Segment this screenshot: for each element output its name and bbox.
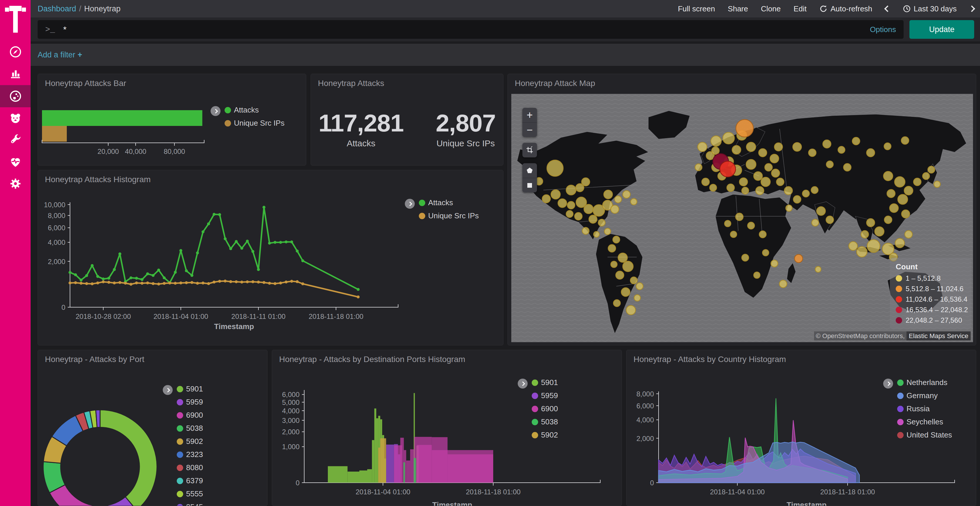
attack-bubble[interactable] xyxy=(742,254,749,261)
update-button[interactable]: Update xyxy=(909,20,974,39)
attack-bubble[interactable] xyxy=(885,216,892,224)
attack-bubble[interactable] xyxy=(867,219,875,227)
attack-bubble[interactable] xyxy=(613,300,620,307)
attack-bubble[interactable] xyxy=(867,149,875,157)
attack-bubble[interactable] xyxy=(808,149,816,157)
sidebar-item-management[interactable] xyxy=(0,173,30,195)
legend-toggle-button[interactable] xyxy=(518,379,528,389)
attack-bubble[interactable] xyxy=(765,163,772,171)
attack-bubble[interactable] xyxy=(616,271,624,279)
query-value[interactable]: * xyxy=(63,24,870,34)
legend-item[interactable]: 6379 xyxy=(177,476,203,485)
attack-bubble[interactable] xyxy=(775,143,783,151)
attack-bubble[interactable] xyxy=(618,253,627,262)
legend-item[interactable]: 5902 xyxy=(532,430,558,439)
legend-item[interactable]: 5038 xyxy=(177,424,203,433)
add-filter-link[interactable]: Add a filter+ xyxy=(38,51,82,59)
attack-bubble[interactable] xyxy=(626,306,636,315)
attack-bubble[interactable] xyxy=(746,159,756,169)
breadcrumb-dashboard-link[interactable]: Dashboard xyxy=(38,5,76,13)
attack-bubble[interactable] xyxy=(759,231,766,238)
attack-bubble[interactable] xyxy=(551,190,560,199)
attack-bubble[interactable] xyxy=(736,119,753,137)
zoom-out-button[interactable]: − xyxy=(522,122,537,137)
attack-bubble[interactable] xyxy=(567,201,575,209)
attack-bubble[interactable] xyxy=(889,204,898,213)
sidebar-item-dev-tools[interactable] xyxy=(0,129,30,151)
attack-bubble[interactable] xyxy=(542,195,550,203)
attack-bubble[interactable] xyxy=(770,154,779,163)
sidebar-item-timelion[interactable] xyxy=(0,107,30,129)
legend-item[interactable]: Unique Src IPs xyxy=(419,211,479,220)
legend-toggle-button[interactable] xyxy=(163,385,173,395)
legend-item[interactable]: Unique Src IPs xyxy=(224,119,285,128)
attack-bubble[interactable] xyxy=(852,137,860,145)
sidebar-item-discover[interactable] xyxy=(0,41,30,63)
time-back-button[interactable] xyxy=(885,6,890,11)
attack-bubble[interactable] xyxy=(902,210,910,218)
legend-toggle-button[interactable] xyxy=(405,199,415,209)
legend-item[interactable]: 6900 xyxy=(532,404,558,413)
attack-bubble[interactable] xyxy=(793,195,801,203)
legend-item[interactable]: 5038 xyxy=(532,417,558,427)
attack-bubble[interactable] xyxy=(843,163,851,171)
attack-bubble[interactable] xyxy=(613,236,620,243)
attack-bubble[interactable] xyxy=(593,232,600,237)
legend-item[interactable]: Attacks xyxy=(224,106,285,114)
attack-bubble[interactable] xyxy=(812,219,819,226)
legend-item[interactable]: 5959 xyxy=(532,391,558,400)
legend-item[interactable]: Attacks xyxy=(419,198,479,207)
options-link[interactable]: Options xyxy=(870,25,896,34)
port-donut-chart[interactable] xyxy=(38,350,267,506)
legend-item[interactable]: Russia xyxy=(897,404,952,413)
attack-bubble[interactable] xyxy=(875,227,884,236)
attack-bubble[interactable] xyxy=(913,178,921,186)
legend-item[interactable]: 5959 xyxy=(177,398,203,407)
attack-bubble[interactable] xyxy=(894,177,905,187)
attack-bubble[interactable] xyxy=(934,181,940,187)
legend-item[interactable]: 5901 xyxy=(532,378,558,387)
legend-toggle-button[interactable] xyxy=(211,106,221,116)
attack-bubble[interactable] xyxy=(771,260,778,267)
search-input[interactable]: >_ * Options xyxy=(38,20,904,39)
attack-bubble[interactable] xyxy=(761,177,770,187)
draw-polygon-button[interactable] xyxy=(522,163,537,178)
attack-bubble[interactable] xyxy=(815,266,821,272)
legend-item[interactable]: Netherlands xyxy=(897,378,952,387)
zoom-in-button[interactable]: + xyxy=(522,108,537,122)
sidebar-item-visualize[interactable] xyxy=(0,62,30,84)
legend-item[interactable]: United States xyxy=(897,430,952,439)
attack-bubble[interactable] xyxy=(614,196,622,203)
attack-bubble[interactable] xyxy=(811,187,818,194)
attack-bubble[interactable] xyxy=(723,132,734,144)
attack-bubble[interactable] xyxy=(772,169,780,177)
attack-bubble[interactable] xyxy=(695,164,702,171)
attack-bubble[interactable] xyxy=(905,230,912,238)
attack-bubble[interactable] xyxy=(802,190,810,197)
attack-bubble[interactable] xyxy=(730,231,737,238)
attack-bubble[interactable] xyxy=(780,280,787,288)
attack-bubble[interactable] xyxy=(928,166,935,173)
legend-item[interactable]: 5901 xyxy=(177,384,203,393)
attack-bubble[interactable] xyxy=(740,178,748,186)
attack-bubble[interactable] xyxy=(630,277,637,284)
fit-bounds-button[interactable] xyxy=(522,143,537,157)
attack-bubble[interactable] xyxy=(884,143,891,150)
attack-bubble[interactable] xyxy=(712,147,719,154)
attack-bubble[interactable] xyxy=(904,186,913,195)
world-map[interactable]: + − xyxy=(511,94,973,342)
attack-bubble[interactable] xyxy=(611,261,617,268)
attack-bubble[interactable] xyxy=(604,190,612,199)
attack-bubble[interactable] xyxy=(611,205,619,213)
auto-refresh-button[interactable]: Auto-refresh xyxy=(819,5,872,13)
edit-button[interactable]: Edit xyxy=(794,5,807,13)
attacks-line-chart[interactable]: 02,0004,0006,0008,00010,0002018-10-28 02… xyxy=(38,170,503,346)
attack-bubble[interactable] xyxy=(823,140,831,148)
sidebar-item-monitoring[interactable] xyxy=(0,151,30,173)
attack-bubble[interactable] xyxy=(584,204,593,214)
attack-bubble[interactable] xyxy=(710,184,717,191)
legend-toggle-button[interactable] xyxy=(883,379,893,389)
attack-bubble[interactable] xyxy=(623,190,630,198)
osm-attribution[interactable]: © OpenStreetMap contributors, xyxy=(814,332,907,341)
attack-bubble[interactable] xyxy=(826,161,833,168)
